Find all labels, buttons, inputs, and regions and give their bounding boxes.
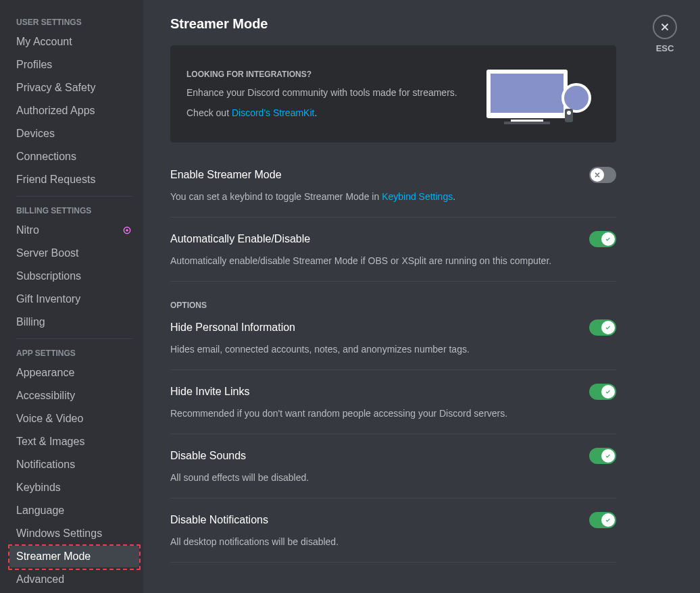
setting-title: Enable Streamer Mode xyxy=(170,169,282,181)
sidebar-item-label: Keybinds xyxy=(16,482,61,494)
sidebar-item-label: Advanced xyxy=(16,573,64,586)
sidebar-item-streamer-mode[interactable]: Streamer Mode xyxy=(9,546,139,567)
setting-automatically-enable-disable: Automatically Enable/Disable Automatical… xyxy=(170,231,616,282)
setting-title: Disable Notifications xyxy=(170,514,268,526)
toggle-hide-invite-links[interactable] xyxy=(589,384,616,400)
sidebar-item-label: Nitro xyxy=(16,224,39,236)
setting-enable-streamer-mode: Enable Streamer Mode You can set a keybi… xyxy=(170,167,616,217)
sidebar-item-label: My Account xyxy=(16,36,72,48)
sidebar-item-profiles[interactable]: Profiles xyxy=(9,54,139,76)
sidebar-item-subscriptions[interactable]: Subscriptions xyxy=(9,265,139,287)
integrations-banner: Looking for integrations? Enhance your D… xyxy=(170,45,616,143)
setting-description: Automatically enable/disable Streamer Mo… xyxy=(170,254,616,267)
sidebar-item-advanced[interactable]: Advanced xyxy=(9,569,139,590)
banner-illustration xyxy=(478,60,600,128)
setting-description: You can set a keybind to toggle Streamer… xyxy=(170,190,616,203)
sidebar-item-label: Authorized Apps xyxy=(16,105,95,117)
sidebar-item-label: Windows Settings xyxy=(16,527,102,540)
sidebar-item-appearance[interactable]: Appearance xyxy=(9,362,139,384)
sidebar-item-privacy-safety[interactable]: Privacy & Safety xyxy=(9,77,139,99)
svg-rect-3 xyxy=(491,74,564,113)
svg-rect-4 xyxy=(511,120,543,122)
check-icon xyxy=(601,232,615,246)
setting-title: Automatically Enable/Disable xyxy=(170,233,310,245)
setting-description: Hides email, connected accounts, notes, … xyxy=(170,342,616,356)
sidebar-item-label: Language xyxy=(16,505,64,517)
banner-description: Enhance your Discord community with tool… xyxy=(186,86,478,99)
options-header: Options xyxy=(170,301,616,310)
sidebar-separator xyxy=(16,196,132,197)
sidebar-item-label: Billing xyxy=(16,316,45,328)
sidebar-header: User Settings xyxy=(9,14,139,31)
sidebar-header: Billing Settings xyxy=(9,202,139,220)
svg-point-8 xyxy=(567,111,571,115)
sidebar-item-gift-inventory[interactable]: Gift Inventory xyxy=(9,288,139,310)
toggle-automatically-enable-disable[interactable] xyxy=(589,231,616,247)
setting-title: Hide Invite Links xyxy=(170,386,249,398)
banner-checkout: Check out Discord's StreamKit. xyxy=(186,107,478,118)
sidebar-item-text-images[interactable]: Text & Images xyxy=(9,431,139,453)
sidebar-item-server-boost[interactable]: Server Boost xyxy=(9,242,139,264)
sidebar-header: App Settings xyxy=(9,344,139,362)
sidebar-item-friend-requests[interactable]: Friend Requests xyxy=(9,169,139,190)
close-icon xyxy=(659,21,671,33)
toggle-disable-notifications[interactable] xyxy=(589,512,616,528)
sidebar-item-label: Subscriptions xyxy=(16,270,81,282)
sidebar-item-authorized-apps[interactable]: Authorized Apps xyxy=(9,100,139,122)
sidebar-item-label: Devices xyxy=(16,128,55,140)
sidebar-item-label: Friend Requests xyxy=(16,174,95,186)
sidebar-item-notifications[interactable]: Notifications xyxy=(9,454,139,475)
check-icon xyxy=(601,321,615,334)
close-area: ESC xyxy=(653,15,677,53)
setting-hide-invite-links: Hide Invite Links Recommended if you don… xyxy=(170,384,616,434)
sidebar-item-label: Notifications xyxy=(16,459,75,471)
sidebar-item-language[interactable]: Language xyxy=(9,500,139,521)
setting-hide-personal-information: Hide Personal Information Hides email, c… xyxy=(170,319,616,370)
streamkit-link[interactable]: Discord's StreamKit xyxy=(232,107,314,118)
setting-title: Disable Sounds xyxy=(170,450,246,462)
keybind-settings-link[interactable]: Keybind Settings xyxy=(382,191,453,202)
toggle-hide-personal-information[interactable] xyxy=(589,319,616,336)
sidebar-item-label: Appearance xyxy=(16,367,74,379)
sidebar-item-billing[interactable]: Billing xyxy=(9,311,139,333)
check-icon xyxy=(601,385,615,398)
toggle-disable-sounds[interactable] xyxy=(589,448,616,464)
x-icon xyxy=(591,168,604,182)
svg-point-1 xyxy=(126,229,128,232)
sidebar-item-label: Gift Inventory xyxy=(16,293,80,305)
sidebar-item-connections[interactable]: Connections xyxy=(9,146,139,167)
setting-description: All desktop notifications will be disabl… xyxy=(170,535,616,548)
close-button[interactable] xyxy=(653,15,677,39)
sidebar-item-my-account[interactable]: My Account xyxy=(9,31,139,53)
setting-disable-sounds: Disable Sounds All sound effects will be… xyxy=(170,448,616,498)
banner-title: Looking for integrations? xyxy=(186,70,478,79)
sidebar-item-label: Server Boost xyxy=(16,247,78,259)
sidebar-item-label: Profiles xyxy=(16,59,52,71)
svg-point-6 xyxy=(563,84,590,111)
sidebar-item-label: Streamer Mode xyxy=(16,550,91,563)
svg-rect-5 xyxy=(504,122,550,124)
setting-disable-notifications: Disable Notifications All desktop notifi… xyxy=(170,512,616,563)
page-title: Streamer Mode xyxy=(170,16,616,32)
toggle-enable-streamer-mode[interactable] xyxy=(589,167,616,183)
sidebar-item-label: Accessibility xyxy=(16,390,75,402)
sidebar-item-devices[interactable]: Devices xyxy=(9,123,139,145)
sidebar-item-label: Privacy & Safety xyxy=(16,82,95,94)
check-icon xyxy=(601,449,615,463)
settings-content: ESC Streamer Mode Looking for integratio… xyxy=(143,0,700,593)
sidebar-item-accessibility[interactable]: Accessibility xyxy=(9,385,139,407)
sidebar-separator xyxy=(16,338,132,339)
sidebar-item-windows-settings[interactable]: Windows Settings xyxy=(9,523,139,544)
sidebar-item-label: Voice & Video xyxy=(16,413,83,425)
esc-label: ESC xyxy=(656,43,674,53)
nitro-icon xyxy=(122,225,132,236)
sidebar-item-voice-video[interactable]: Voice & Video xyxy=(9,408,139,430)
sidebar-item-nitro[interactable]: Nitro xyxy=(9,220,139,241)
settings-sidebar: User SettingsMy AccountProfilesPrivacy &… xyxy=(0,0,143,593)
setting-description: Recommended if you don't want random peo… xyxy=(170,407,616,420)
check-icon xyxy=(601,513,615,527)
sidebar-item-keybinds[interactable]: Keybinds xyxy=(9,477,139,498)
sidebar-item-label: Connections xyxy=(16,151,76,163)
setting-description: All sound effects will be disabled. xyxy=(170,471,616,484)
sidebar-item-label: Text & Images xyxy=(16,436,84,448)
